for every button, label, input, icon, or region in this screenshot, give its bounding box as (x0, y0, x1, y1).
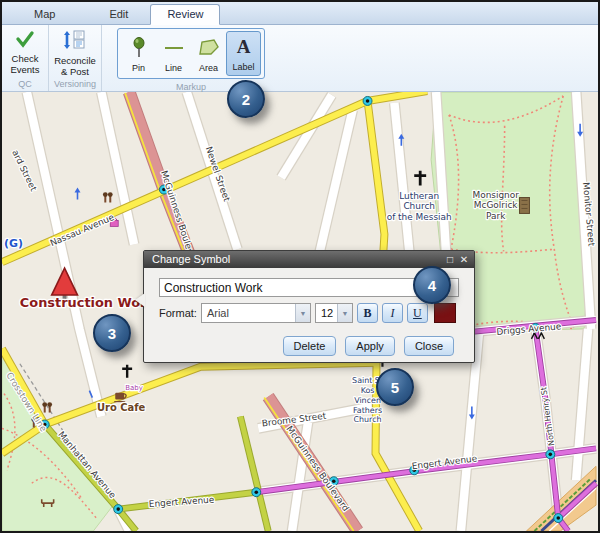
label-a-icon: A (237, 34, 251, 60)
lutheran-church-label: Lutheran (399, 191, 439, 201)
baby-store-label: Baby (125, 384, 143, 392)
dialog-title: Change Symbol (152, 251, 443, 268)
dropdown-arrow-icon[interactable]: ▼ (295, 304, 310, 322)
callout-badge-3: 3 (93, 314, 131, 352)
format-row: Format: Arial ▼ 12 ▼ B I U (159, 303, 469, 323)
markup-highlight-box: Pin Line Area A (117, 28, 265, 79)
callout-badge-2: 2 (227, 80, 265, 118)
label-button[interactable]: A Label (226, 31, 261, 76)
dialog-buttons: Delete Apply Close (283, 336, 454, 356)
maximize-icon[interactable]: □ (443, 252, 457, 267)
tab-review[interactable]: Review (150, 4, 220, 25)
font-size-select[interactable]: 12 ▼ (315, 303, 353, 323)
delete-button[interactable]: Delete (283, 336, 337, 356)
font-size-value: 12 (316, 304, 337, 322)
svg-text:Church: Church (403, 201, 435, 211)
callout-badge-4: 4 (413, 266, 451, 304)
ribbon: Map Edit Review Check Events QC (2, 2, 598, 92)
dialog-callout-tail (135, 293, 145, 307)
check-icon (15, 30, 35, 52)
close-button[interactable]: Close (404, 336, 454, 356)
line-button[interactable]: Line (156, 31, 191, 76)
apply-button[interactable]: Apply (345, 336, 395, 356)
bold-button[interactable]: B (357, 303, 378, 323)
check-events-label: Check Events (2, 54, 48, 75)
ribbon-tab-row: Map Edit Review (2, 2, 598, 25)
format-label: Format: (159, 307, 197, 319)
svg-text:Kos: Kos (361, 386, 375, 395)
app-window: Map Edit Review Check Events QC (0, 0, 600, 533)
area-button[interactable]: Area (191, 31, 226, 76)
dialog-titlebar[interactable]: Change Symbol □ ✕ (144, 251, 474, 268)
group-versioning: Reconcile & Post Versioning (49, 25, 102, 91)
ribbon-body: Check Events QC Reconcile & Post (2, 25, 598, 92)
group-label-qc: QC (18, 78, 32, 91)
subway-station-label-g: (G) (4, 237, 23, 250)
pin-button[interactable]: Pin (121, 31, 156, 76)
svg-text:Fathers: Fathers (353, 406, 382, 415)
tab-map[interactable]: Map (18, 5, 71, 24)
pin-label: Pin (132, 63, 145, 73)
check-events-button[interactable]: Check Events (1, 27, 49, 78)
area-label: Area (199, 63, 218, 73)
font-color-swatch[interactable] (434, 303, 456, 323)
reconcile-post-button[interactable]: Reconcile & Post (51, 27, 99, 78)
reconcile-sync-icon (62, 30, 88, 54)
svg-text:of the Messiah: of the Messiah (387, 212, 452, 222)
dropdown-arrow-icon[interactable]: ▼ (337, 304, 352, 322)
font-family-select[interactable]: Arial ▼ (201, 303, 311, 323)
park-building-icon (520, 198, 530, 214)
label-label: Label (232, 62, 254, 72)
svg-text:McGolrick: McGolrick (474, 200, 519, 210)
tab-edit[interactable]: Edit (93, 5, 144, 24)
italic-button[interactable]: I (382, 303, 403, 323)
group-label-versioning: Versioning (54, 78, 96, 91)
group-qc: Check Events QC (2, 25, 49, 91)
line-label: Line (165, 63, 182, 73)
callout-badge-5: 5 (376, 368, 414, 406)
reconcile-post-label: Reconcile & Post (52, 56, 98, 77)
line-icon (163, 35, 185, 61)
svg-text:Vincen: Vincen (354, 396, 381, 405)
area-icon (197, 35, 221, 61)
svg-text:Park: Park (486, 211, 506, 221)
park-label: Monsignor (472, 190, 519, 200)
svg-text:Church: Church (354, 415, 382, 424)
pin-icon (131, 35, 147, 61)
font-family-value: Arial (202, 304, 295, 322)
underline-button[interactable]: U (407, 303, 428, 323)
close-icon[interactable]: ✕ (457, 252, 471, 267)
uro-cafe-label: Uro Cafe (97, 402, 146, 413)
